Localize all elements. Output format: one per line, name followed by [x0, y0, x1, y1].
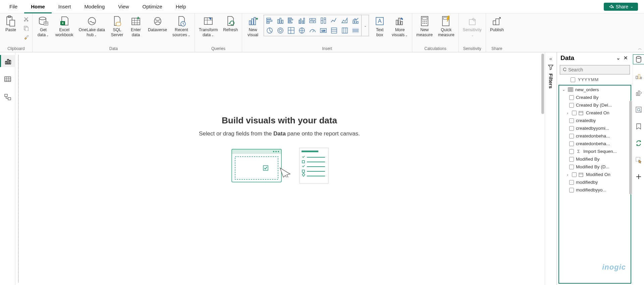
enter-data-button[interactable]: Enter data [128, 15, 144, 38]
add-rail-button[interactable] [633, 172, 644, 182]
field-row[interactable]: Modified By (D... [559, 163, 631, 171]
viz-kpi[interactable] [329, 26, 339, 35]
paste-button[interactable]: Paste [3, 15, 19, 33]
model-view-button[interactable] [0, 91, 15, 103]
sync-rail-button[interactable] [633, 138, 644, 148]
canvas-scrollbar[interactable] [541, 54, 544, 114]
viz-clustered-column[interactable] [297, 16, 307, 25]
field-row[interactable]: modifiedby [559, 178, 631, 186]
tab-insert[interactable]: Insert [52, 0, 78, 13]
expand-filters-button[interactable]: « [549, 56, 552, 61]
viz-map[interactable] [297, 26, 307, 35]
field-checkbox[interactable] [569, 118, 574, 123]
field-checkbox[interactable] [569, 180, 574, 185]
viz-area[interactable] [340, 16, 350, 25]
field-row[interactable]: Created By [559, 94, 631, 101]
format-rail-button[interactable] [633, 71, 644, 81]
drill-rail-button[interactable] [633, 88, 644, 98]
field-checkbox[interactable] [569, 157, 574, 162]
truncated-prev-field[interactable]: YYYYMM [557, 76, 633, 83]
selection-rail-button[interactable] [633, 155, 644, 165]
search-box[interactable] [560, 65, 630, 74]
more-visuals-button[interactable]: More visuals⌄ [390, 15, 409, 38]
report-canvas[interactable]: Build visuals with your data Select or d… [18, 55, 541, 282]
field-row[interactable]: createdonbeha... [559, 132, 631, 140]
new-measure-button[interactable]: New measure [415, 15, 434, 38]
viz-card[interactable]: 123 [318, 26, 328, 35]
field-checkbox[interactable] [569, 95, 574, 100]
field-row[interactable]: createdonbeha... [559, 140, 631, 148]
collapse-ribbon-button[interactable]: ︿ [638, 46, 642, 51]
format-painter-button[interactable] [23, 34, 30, 41]
transform-data-button[interactable]: Transform data⌄ [198, 15, 219, 38]
viz-100-column[interactable] [318, 16, 328, 25]
field-row[interactable]: ›Modified On [559, 171, 631, 178]
data-scrollbar[interactable] [629, 101, 632, 194]
viz-treemap[interactable] [286, 26, 296, 35]
svg-rect-131 [638, 91, 640, 96]
refresh-button[interactable]: Refresh [222, 15, 239, 33]
analyze-rail-button[interactable] [633, 105, 644, 115]
viz-line[interactable] [329, 16, 339, 25]
field-checkbox[interactable] [569, 165, 574, 169]
tab-file[interactable]: File [3, 0, 24, 13]
field-row[interactable]: createdby [559, 117, 631, 124]
get-data-button[interactable]: Get data⌄ [35, 15, 51, 38]
field-checkbox[interactable] [569, 126, 574, 131]
text-box-button[interactable]: A Text box [372, 15, 388, 38]
publish-button[interactable]: Publish [489, 15, 505, 33]
sql-button[interactable]: SQL Server [109, 15, 125, 38]
viz-pie[interactable] [265, 26, 275, 35]
tab-modeling[interactable]: Modeling [77, 0, 111, 13]
close-data-button[interactable]: ✕ [622, 55, 629, 61]
field-checkbox[interactable] [569, 103, 574, 108]
table-node[interactable]: ⌄ new_orders [559, 86, 631, 94]
field-row[interactable]: modifiedbyyo... [559, 186, 631, 194]
share-button[interactable]: Share ⌄ [604, 3, 638, 11]
field-row[interactable]: Created By (Del... [559, 101, 631, 109]
svg-rect-105 [263, 166, 268, 170]
tab-view[interactable]: View [111, 0, 136, 13]
viz-gauge[interactable] [308, 26, 318, 35]
field-row[interactable]: ΣImport Sequen... [559, 148, 631, 155]
viz-combo[interactable] [351, 16, 361, 25]
viz-clustered-bar[interactable] [286, 16, 296, 25]
field-checkbox[interactable] [569, 141, 574, 146]
onelake-button[interactable]: OneLake data hub⌄ [77, 15, 107, 38]
search-input[interactable] [568, 67, 627, 72]
field-checkbox[interactable] [572, 172, 577, 177]
bookmark-rail-button[interactable] [633, 121, 644, 131]
field-checkbox[interactable] [572, 111, 577, 115]
field-checkbox[interactable] [569, 134, 574, 138]
field-row[interactable]: Modified By [559, 155, 631, 163]
field-row[interactable]: ›Created On [559, 109, 631, 117]
chevron-right-icon[interactable]: › [565, 173, 570, 177]
gallery-expand[interactable]: ⌄ [362, 15, 369, 36]
data-rail-button[interactable] [633, 54, 644, 64]
viz-table[interactable] [351, 26, 361, 35]
new-visual-button[interactable]: New visual [245, 15, 261, 38]
viz-stacked-bar[interactable] [265, 16, 275, 25]
viz-stacked-column[interactable] [275, 16, 285, 25]
field-row[interactable]: createdbyyomi... [559, 124, 631, 132]
tab-home[interactable]: Home [24, 0, 52, 13]
recent-sources-button[interactable]: Recent sources⌄ [171, 15, 192, 38]
collapse-data-button[interactable]: ⌄ [614, 55, 622, 61]
table-view-button[interactable] [0, 73, 15, 85]
chevron-right-icon[interactable]: › [565, 111, 570, 115]
field-checkbox[interactable] [571, 77, 575, 82]
cut-button[interactable] [23, 16, 30, 22]
tab-help[interactable]: Help [169, 0, 193, 13]
quick-measure-button[interactable]: Quick measure [437, 15, 456, 38]
copy-button[interactable] [23, 25, 30, 32]
field-checkbox[interactable] [569, 149, 574, 154]
tab-optimize[interactable]: Optimize [136, 0, 169, 13]
report-view-button[interactable] [0, 55, 15, 67]
viz-slicer[interactable] [340, 26, 350, 35]
chevron-down-icon[interactable]: ⌄ [561, 88, 566, 92]
dataverse-button[interactable]: Dataverse [147, 15, 168, 33]
viz-donut[interactable] [275, 26, 285, 35]
excel-button[interactable]: X Excel workbook [54, 15, 75, 38]
field-checkbox[interactable] [569, 188, 574, 192]
viz-100-bar[interactable] [308, 16, 318, 25]
